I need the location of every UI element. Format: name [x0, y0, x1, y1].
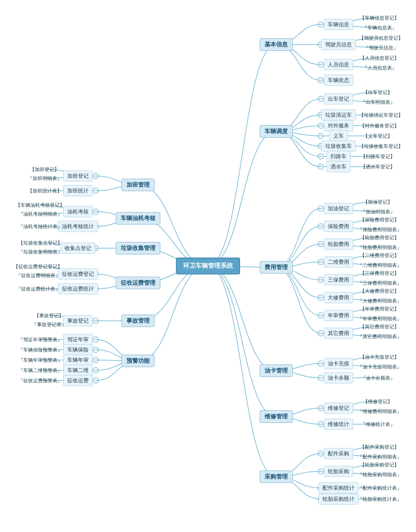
child-cheliang_ns[interactable]: 车辆年审 [63, 355, 93, 366]
child-jiashi[interactable]: 驾驶员信息 [321, 39, 356, 50]
child-cheliang_bx[interactable]: 车辆保险 [63, 344, 93, 356]
child-luntai_tj[interactable]: 轮胎采购统计 [318, 494, 359, 505]
branch-caigou[interactable]: 采购管理 [260, 471, 293, 483]
leaf-cheliang_bx-0: 『车辆保险预警表』 [16, 346, 64, 354]
leaf-daxiu-0: 【大修费用登记】 [358, 287, 401, 295]
child-jiayou_dj[interactable]: 加油登记 [324, 203, 353, 214]
leaf-renyuan-0: 【人员信息登记】 [358, 54, 401, 62]
leaf-luntai-1: 『轮胎费用明细表』 [356, 243, 404, 252]
leaf-youhao_tj-0: 『油耗考核统计表』 [16, 222, 64, 231]
child-qita[interactable]: 其它费用 [324, 328, 353, 339]
child-erwei[interactable]: 二维费用 [324, 257, 353, 268]
leaf-peijian_cg-1: 『配件采购明细表』 [356, 453, 404, 461]
leaf-zhengfei_tj-0: 『征收运费统计表』 [14, 285, 62, 293]
leaf-erwei-1: 『二维费用明细表』 [356, 261, 404, 270]
branch-laji_gl[interactable]: 垃圾收集管理 [116, 242, 160, 254]
child-weixiu_tj[interactable]: 维修统计 [324, 419, 353, 430]
child-weixiu_dj[interactable]: 维修登记 [324, 403, 353, 414]
leaf-cheliang_ns-0: 『车辆年审预警表』 [16, 356, 64, 364]
child-zhengz_nj[interactable]: 驾证年审 [63, 334, 93, 345]
child-laji_sc[interactable]: 垃圾收集车 [321, 141, 356, 152]
leaf-youhao_kh-1: 『油耗考核明细表』 [16, 210, 64, 218]
leaf-jiaban_dj_g-1: 『加班明细表』 [26, 174, 64, 183]
leaf-shoudian_dj-1: 『垃圾收集明细表』 [16, 248, 64, 256]
svg-point-40 [318, 375, 323, 381]
leaf-shigu_dj-1: 『事故登记表』 [30, 320, 68, 329]
child-peijian_cg[interactable]: 配件采购 [324, 448, 353, 459]
leaf-laji_qy-0: 【垃圾清运车登记】 [357, 111, 405, 119]
svg-point-0 [318, 22, 323, 27]
child-youhao_tj[interactable]: 油耗考核统计 [58, 221, 98, 232]
child-yiche[interactable]: 义车 [329, 131, 348, 142]
leaf-jiayou_dj-1: 『加油明细表』 [359, 208, 397, 216]
svg-point-44 [318, 422, 323, 427]
child-jiaban_tj_g[interactable]: 加班统计 [63, 185, 93, 196]
child-sa_shui[interactable]: 洒水车 [326, 161, 351, 172]
branch-zhengfei[interactable]: 征收运费管理 [116, 277, 160, 289]
branch-youka[interactable]: 油卡管理 [260, 364, 293, 377]
child-renyuan[interactable]: 人员信息 [324, 59, 353, 70]
leaf-sao_lv-0: 【扫路车登记】 [359, 152, 397, 161]
svg-point-74 [93, 357, 98, 363]
svg-point-28 [318, 259, 323, 265]
child-cheliang_ew[interactable]: 车辆二维 [63, 365, 93, 376]
child-daxiu[interactable]: 大修费用 [324, 292, 353, 303]
svg-point-48 [318, 469, 323, 474]
child-nianshen[interactable]: 年审费用 [324, 310, 353, 321]
svg-point-22 [318, 206, 323, 211]
child-baoxian[interactable]: 保险费用 [324, 221, 353, 232]
leaf-zhengz_nj-0: 『驾证年审预警表』 [16, 336, 64, 344]
child-zhengfei_tj[interactable]: 征收运费统计 [58, 283, 98, 295]
leaf-cheliang-1: 『车辆信息表』 [361, 24, 399, 32]
child-sanbao[interactable]: 三保费用 [324, 274, 353, 286]
child-laji_qy[interactable]: 垃圾清运车 [321, 110, 356, 121]
svg-point-4 [318, 62, 323, 67]
child-luntai[interactable]: 轮胎费用 [324, 239, 353, 250]
branch-yujing[interactable]: 预警功能 [122, 355, 155, 367]
leaf-jiaban_dj_g-0: 【加班登记】 [28, 165, 61, 174]
child-duiwai[interactable]: 对外服务 [324, 120, 353, 131]
child-cheliang[interactable]: 车辆信息 [324, 19, 353, 30]
child-peijian_tj[interactable]: 配件采购统计 [318, 483, 359, 494]
leaf-yiche-0: 【义车登记】 [361, 132, 394, 140]
leaf-sanbao-1: 『三保费用明细表』 [356, 279, 404, 287]
branch-jiaban[interactable]: 加班管理 [122, 179, 155, 191]
child-cheliang_zt[interactable]: 车辆状态 [324, 75, 353, 86]
leaf-erwei-0: 【二维费用登记】 [358, 251, 401, 260]
leaf-jiayou_dj-0: 【加油登记】 [361, 198, 394, 206]
leaf-zhengfei_yj-0: 『征收运费预警表』 [16, 376, 64, 385]
child-jiaban_dj_g[interactable]: 加班登记 [63, 171, 93, 182]
svg-point-54 [93, 173, 98, 179]
leaf-youka_cz-1: 『油卡充值明细表』 [356, 363, 404, 371]
child-youka_ye[interactable]: 油卡余额 [324, 372, 353, 384]
branch-youhao[interactable]: 车辆油耗考核 [116, 212, 160, 225]
child-youka_cz[interactable]: 油卡充值 [324, 358, 353, 369]
child-zhengfei_yj[interactable]: 征收运费 [63, 375, 93, 386]
child-luntai_cg[interactable]: 轮胎采购 [324, 466, 353, 477]
leaf-youka_ye-0: 『油卡余额表』 [359, 374, 397, 382]
leaf-youhao_kh-0: 【车辆油耗考核登记】 [14, 201, 66, 209]
branch-jiben[interactable]: 基本信息 [260, 38, 293, 51]
child-chuche[interactable]: 出车登记 [324, 94, 353, 105]
leaf-chuche-0: 【出车登记】 [361, 88, 394, 97]
branch-diaodu[interactable]: 车辆调度 [260, 125, 293, 138]
leaf-shigu_dj-0: 【事故登记】 [33, 311, 65, 320]
center-node[interactable]: 环卫车辆管理系统 [176, 258, 240, 274]
branch-weixiu[interactable]: 维修管理 [260, 410, 293, 423]
svg-point-18 [318, 154, 323, 159]
svg-point-78 [93, 378, 98, 383]
leaf-cheliang-0: 【车辆信息登记】 [358, 14, 401, 22]
child-shoudian_dj[interactable]: 收集点登记 [61, 243, 95, 254]
child-youhao_kh[interactable]: 油耗考核 [63, 206, 93, 217]
svg-point-6 [318, 78, 323, 83]
svg-point-68 [93, 318, 98, 323]
leaf-weixiu_tj-0: 『维修统计表』 [359, 420, 397, 429]
branch-feiyong[interactable]: 费用管理 [260, 261, 293, 274]
svg-point-34 [318, 313, 323, 318]
child-sao_lv[interactable]: 扫路车 [326, 151, 351, 162]
leaf-jiashi-1: 『驾驶员信息』 [362, 44, 400, 52]
branch-shigu[interactable]: 事故管理 [122, 315, 155, 327]
leaf-laji_sc-0: 【垃圾收集车登记】 [357, 142, 405, 151]
svg-point-32 [318, 295, 323, 300]
svg-point-42 [318, 405, 323, 411]
